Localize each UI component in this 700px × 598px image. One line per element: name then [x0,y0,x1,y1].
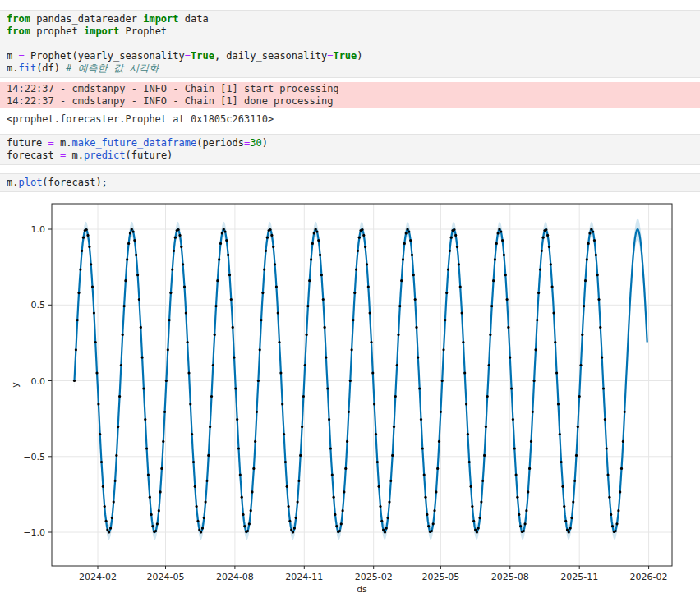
x-tick-label: 2024-05 [147,572,185,582]
code-token: from [7,25,30,37]
x-tick-label: 2025-08 [491,572,529,582]
code-token: (periods [196,137,244,149]
code-token: True [191,50,214,62]
code-token: m. [66,150,84,161]
code-token: ) [262,137,268,149]
y-tick-label: −1.0 [23,527,45,538]
notebook-cells: from pandas_datareader import datafrom p… [0,0,700,598]
code-token: import [84,25,119,37]
grid-lines [52,204,672,566]
y-tick-label: −0.5 [23,452,45,462]
code-token: # 예측한 값 시각화 [66,62,159,74]
code-line: future = m.make_future_dataframe(periods… [7,137,693,150]
code-token: m. [54,137,72,149]
code-token: = [48,137,54,149]
x-axis-label: ds [357,584,367,595]
x-axis: 2024-022024-052024-082024-112025-022025-… [79,566,668,595]
code-cell-make-future[interactable]: future = m.make_future_dataframe(periods… [0,134,700,165]
code-token: = [185,50,191,62]
repr-text: <prophet.forecaster.Prophet at 0x1805c26… [7,113,693,126]
code-token: m. [7,62,18,74]
x-tick-label: 2024-02 [79,572,117,582]
code-token: m [7,50,18,62]
cell-gap [0,165,700,173]
y-tick-label: 1.0 [31,224,46,235]
code-line: m.fit(df) # 예측한 값 시각화 [7,62,693,75]
code-token: = [18,50,24,62]
x-tick-label: 2025-05 [421,572,459,582]
code-token: import [143,13,178,25]
code-token: Prophet [119,25,167,37]
code-line [7,38,693,50]
x-tick-label: 2025-02 [355,572,393,582]
code-token: Prophet(yearly_seasonality [25,50,185,62]
code-line: m.plot(forecast); [7,177,693,189]
repr-output: <prophet.forecaster.Prophet at 0x1805c26… [0,111,700,134]
y-tick-label: 0.0 [31,376,46,387]
code-token: prophet [30,25,84,37]
x-tick-label: 2026-02 [630,572,668,582]
code-line: m = Prophet(yearly_seasonality=True, dai… [7,50,693,62]
code-cell-imports-and-fit[interactable]: from pandas_datareader import datafrom p… [0,10,700,78]
code-token: plot [18,177,42,188]
code-line: forecast = m.predict(future) [7,150,693,162]
code-token: m. [7,177,18,188]
code-token: ) [357,50,362,62]
code-token: make_future_dataframe [72,137,197,149]
code-token: forecast [7,150,60,161]
code-token: 30 [250,137,261,149]
code-cell-plot[interactable]: m.plot(forecast); [0,173,700,192]
code-token: (forecast); [42,177,107,188]
code-token: pandas_datareader [30,13,143,25]
stderr-line: 14:22:37 - cmdstanpy - INFO - Chain [1] … [7,95,693,108]
y-axis: 1.00.50.0−0.5−1.0y [10,224,52,538]
forecast-plot: 2024-022024-052024-082024-112025-022025-… [0,196,700,596]
stderr-line: 14:22:37 - cmdstanpy - INFO - Chain [1] … [7,83,693,95]
y-axis-label: y [10,382,21,388]
y-tick-label: 0.5 [31,300,46,310]
x-tick-label: 2024-11 [285,572,323,582]
code-token: future [7,137,48,149]
code-token: predict [84,150,126,161]
code-token: fit [18,62,36,74]
x-tick-label: 2025-11 [560,572,598,582]
code-token: , daily_seasonality [214,50,327,62]
code-line: from pandas_datareader import data [7,13,693,25]
code-token: (future) [126,150,173,161]
forecast-figure: 2024-022024-052024-082024-112025-022025-… [0,196,700,598]
code-token: True [333,50,357,62]
code-line: from prophet import Prophet [7,25,693,38]
code-token: from [7,13,30,25]
code-token: data [179,13,209,25]
stderr-output-cmdstanpy: 14:22:37 - cmdstanpy - INFO - Chain [1] … [0,82,700,108]
x-tick-label: 2024-08 [216,572,254,582]
code-token: (df) [36,62,66,74]
